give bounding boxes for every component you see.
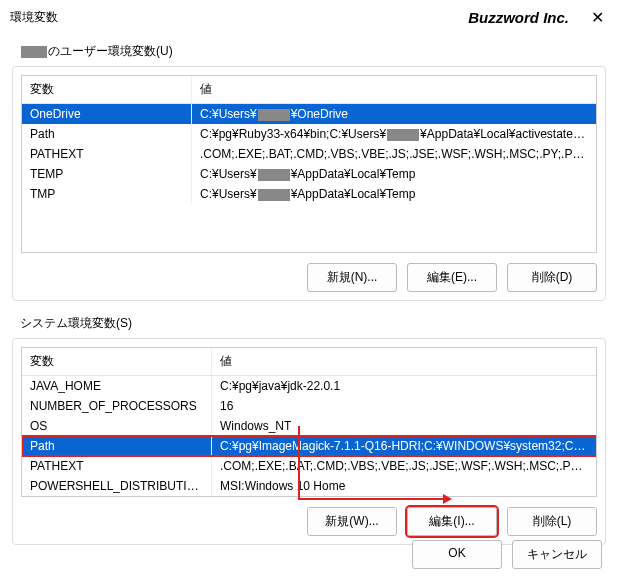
col-variable[interactable]: 変数: [22, 348, 212, 375]
redacted-text: [258, 189, 290, 201]
cell-variable: OneDrive: [22, 104, 192, 124]
user-delete-button[interactable]: 削除(D): [507, 263, 597, 292]
ok-button[interactable]: OK: [412, 540, 502, 569]
table-row[interactable]: TEMPC:¥Users¥¥AppData¥Local¥Temp: [22, 164, 596, 184]
user-vars-label: のユーザー環境変数(U): [20, 43, 606, 60]
redacted-username: [21, 46, 47, 58]
cell-variable: OS: [22, 416, 212, 436]
cell-variable: PROCESSOR_ARCHITECTURE: [22, 496, 212, 497]
redacted-text: [258, 109, 290, 121]
table-row[interactable]: JAVA_HOMEC:¥pg¥java¥jdk-22.0.1: [22, 376, 596, 396]
cell-variable: PATHEXT: [22, 456, 212, 476]
cell-value: MSI:Windows 10 Home: [212, 476, 596, 496]
table-row[interactable]: TMPC:¥Users¥¥AppData¥Local¥Temp: [22, 184, 596, 204]
table-row[interactable]: POWERSHELL_DISTRIBUTIO...MSI:Windows 10 …: [22, 476, 596, 496]
cell-variable: NUMBER_OF_PROCESSORS: [22, 396, 212, 416]
user-edit-button[interactable]: 編集(E)...: [407, 263, 497, 292]
cell-value: .COM;.EXE;.BAT;.CMD;.VBS;.VBE;.JS;.JSE;.…: [212, 456, 596, 476]
cell-value: C:¥Users¥¥AppData¥Local¥Temp: [192, 164, 596, 184]
user-vars-table[interactable]: 変数 値 OneDriveC:¥Users¥¥OneDrivePathC:¥pg…: [21, 75, 597, 253]
brand-label: Buzzword Inc.: [468, 9, 569, 26]
system-vars-label: システム環境変数(S): [20, 315, 606, 332]
table-row[interactable]: PATHEXT.COM;.EXE;.BAT;.CMD;.VBS;.VBE;.JS…: [22, 456, 596, 476]
cancel-button[interactable]: キャンセル: [512, 540, 602, 569]
table-header: 変数 値: [22, 348, 596, 376]
dialog-title: 環境変数: [10, 9, 468, 26]
dialog-footer: OK キャンセル: [396, 528, 618, 581]
table-row[interactable]: PROCESSOR_ARCHITECTUREAMD64: [22, 496, 596, 497]
table-row[interactable]: PATHEXT.COM;.EXE;.BAT;.CMD;.VBS;.VBE;.JS…: [22, 144, 596, 164]
system-new-button[interactable]: 新規(W)...: [307, 507, 397, 536]
cell-value: C:¥pg¥ImageMagick-7.1.1-Q16-HDRI;C:¥WIND…: [212, 436, 596, 456]
redacted-text: [387, 129, 419, 141]
user-vars-group: 変数 値 OneDriveC:¥Users¥¥OneDrivePathC:¥pg…: [12, 66, 606, 301]
col-variable[interactable]: 変数: [22, 76, 192, 103]
cell-variable: PATHEXT: [22, 144, 192, 164]
cell-value: C:¥pg¥Ruby33-x64¥bin;C:¥Users¥¥AppData¥L…: [192, 124, 596, 144]
user-new-button[interactable]: 新規(N)...: [307, 263, 397, 292]
cell-variable: TEMP: [22, 164, 192, 184]
cell-variable: JAVA_HOME: [22, 376, 212, 396]
cell-value: AMD64: [212, 496, 596, 497]
cell-variable: POWERSHELL_DISTRIBUTIO...: [22, 476, 212, 496]
close-icon[interactable]: ✕: [587, 8, 608, 27]
col-value[interactable]: 値: [212, 348, 596, 375]
cell-variable: TMP: [22, 184, 192, 204]
redacted-text: [258, 169, 290, 181]
table-row[interactable]: PathC:¥pg¥ImageMagick-7.1.1-Q16-HDRI;C:¥…: [22, 436, 596, 456]
cell-variable: Path: [22, 124, 192, 144]
system-vars-group: 変数 値 JAVA_HOMEC:¥pg¥java¥jdk-22.0.1NUMBE…: [12, 338, 606, 545]
cell-value: .COM;.EXE;.BAT;.CMD;.VBS;.VBE;.JS;.JSE;.…: [192, 144, 596, 164]
cell-variable: Path: [22, 436, 212, 456]
cell-value: C:¥Users¥¥OneDrive: [192, 104, 596, 124]
cell-value: C:¥Users¥¥AppData¥Local¥Temp: [192, 184, 596, 204]
system-vars-table[interactable]: 変数 値 JAVA_HOMEC:¥pg¥java¥jdk-22.0.1NUMBE…: [21, 347, 597, 497]
titlebar: 環境変数 Buzzword Inc. ✕: [0, 0, 618, 31]
cell-value: Windows_NT: [212, 416, 596, 436]
table-row[interactable]: NUMBER_OF_PROCESSORS16: [22, 396, 596, 416]
table-row[interactable]: OSWindows_NT: [22, 416, 596, 436]
cell-value: C:¥pg¥java¥jdk-22.0.1: [212, 376, 596, 396]
table-header: 変数 値: [22, 76, 596, 104]
col-value[interactable]: 値: [192, 76, 596, 103]
table-row[interactable]: OneDriveC:¥Users¥¥OneDrive: [22, 104, 596, 124]
table-row[interactable]: PathC:¥pg¥Ruby33-x64¥bin;C:¥Users¥¥AppDa…: [22, 124, 596, 144]
cell-value: 16: [212, 396, 596, 416]
